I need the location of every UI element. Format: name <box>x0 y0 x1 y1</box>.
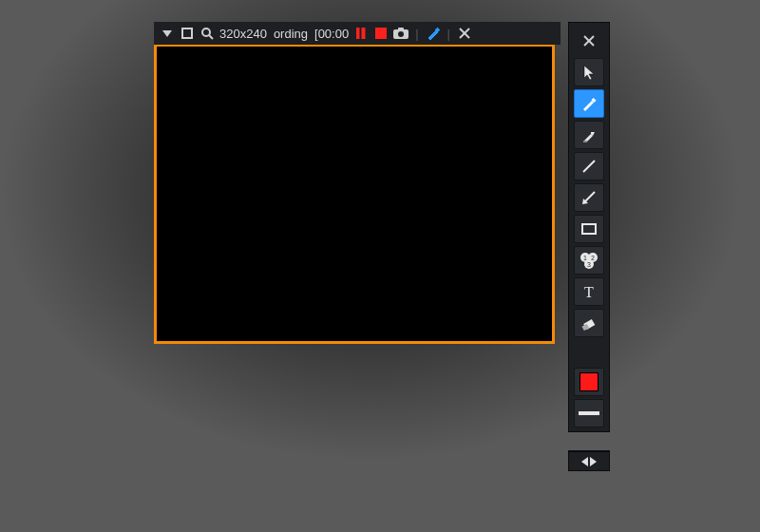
marker-tool-button[interactable] <box>574 121 604 149</box>
pause-icon[interactable] <box>353 26 369 41</box>
svg-text:3: 3 <box>587 261 591 268</box>
stop-icon[interactable] <box>373 26 389 41</box>
thickness-icon <box>579 411 599 415</box>
drawing-tool-sidebar: 1 2 3 T <box>568 22 610 432</box>
svg-rect-5 <box>362 28 365 39</box>
magnifier-icon[interactable] <box>200 26 215 41</box>
close-sidebar-button[interactable] <box>574 27 604 55</box>
rectangle-tool-button[interactable] <box>574 215 604 243</box>
fullscreen-icon[interactable] <box>180 26 195 41</box>
resolution-label: 320x240 <box>219 27 267 41</box>
step-tool-button[interactable]: 1 2 3 <box>574 246 604 275</box>
camera-icon[interactable] <box>393 26 408 41</box>
sidebar-footer <box>568 450 610 471</box>
arrow-left-icon[interactable] <box>581 457 588 466</box>
color-swatch-icon <box>580 372 598 391</box>
elapsed-time: [00:00 <box>314 27 349 41</box>
cursor-tool-button[interactable] <box>574 58 604 86</box>
pencil-tool-button[interactable] <box>574 89 604 118</box>
capture-region[interactable] <box>154 44 555 344</box>
svg-marker-15 <box>584 66 594 80</box>
color-swatch-button[interactable] <box>574 368 604 396</box>
svg-line-20 <box>584 192 595 202</box>
svg-point-9 <box>398 31 404 37</box>
svg-rect-18 <box>583 141 587 142</box>
arrow-right-icon[interactable] <box>590 457 597 466</box>
separator: | <box>413 27 420 41</box>
svg-text:T: T <box>584 284 594 299</box>
text-tool-button[interactable]: T <box>574 277 604 306</box>
svg-rect-6 <box>375 28 387 39</box>
line-tool-button[interactable] <box>574 152 604 180</box>
svg-line-19 <box>583 161 595 172</box>
separator: | <box>446 27 452 41</box>
arrow-tool-button[interactable] <box>574 183 604 212</box>
svg-rect-4 <box>356 28 359 39</box>
close-capture-icon[interactable] <box>457 26 472 41</box>
status-fragment: ording <box>274 27 308 41</box>
menu-dropdown-icon[interactable] <box>160 26 175 41</box>
thickness-button[interactable] <box>574 399 604 428</box>
capture-topbar: 320x240ording [00:00 | | <box>154 22 560 45</box>
svg-marker-0 <box>162 30 172 37</box>
svg-rect-1 <box>182 28 192 38</box>
svg-rect-22 <box>582 224 596 234</box>
svg-rect-8 <box>398 28 404 30</box>
eraser-tool-button[interactable] <box>574 309 604 337</box>
svg-point-2 <box>202 28 210 36</box>
draw-toggle-icon[interactable] <box>426 26 441 41</box>
svg-line-3 <box>209 35 213 39</box>
